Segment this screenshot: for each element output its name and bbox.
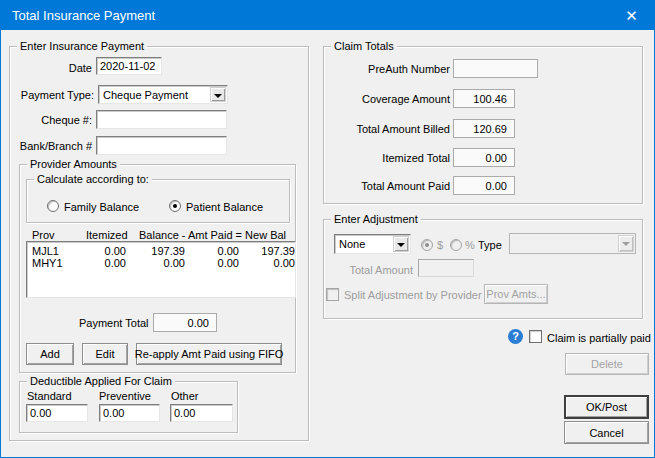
payment-type-value: Cheque Payment	[103, 89, 188, 101]
payment-type-dropdown-button[interactable]	[210, 87, 226, 102]
provider-row[interactable]: MHY1 0.00 0.00 0.00 0.00	[29, 257, 293, 269]
window-title: Total Insurance Payment	[12, 1, 155, 30]
radio-dot	[425, 243, 429, 247]
total-amount-paid-label: Total Amount Paid	[331, 180, 450, 193]
coverage-amount-value: 100.46	[453, 89, 515, 108]
deductible-group-label: Deductible Applied For Claim	[27, 375, 175, 387]
cancel-button[interactable]: Cancel	[564, 421, 649, 444]
family-balance-radio[interactable]	[47, 200, 59, 212]
adjustment-dropdown-button[interactable]	[393, 236, 409, 252]
preauth-number-label: PreAuth Number	[331, 63, 450, 76]
payment-total-value: 0.00	[153, 313, 217, 332]
percent-label: %	[465, 239, 475, 252]
date-label: Date	[19, 62, 92, 75]
itemized-cell: 0.00	[81, 257, 126, 269]
adjustment-subtype-dropdown-button	[618, 235, 634, 252]
provider-row[interactable]: MJL1 0.00 197.39 0.00 197.39	[29, 245, 293, 257]
prov-cell: MHY1	[29, 257, 81, 269]
balance-cell: 197.39	[126, 245, 185, 257]
enter-insurance-payment-group-label: Enter Insurance Payment	[17, 40, 147, 52]
provider-amounts-group-label: Provider Amounts	[27, 158, 120, 170]
prov-cell: MJL1	[29, 245, 81, 257]
total-insurance-payment-dialog: Total Insurance Payment ✕ Enter Insuranc…	[0, 0, 655, 458]
payment-type-select[interactable]: Cheque Payment	[98, 85, 228, 104]
dollar-radio	[421, 239, 433, 251]
enter-adjustment-group-label: Enter Adjustment	[331, 213, 421, 225]
patient-balance-radio[interactable]	[169, 200, 181, 212]
itemized-total-label: Itemized Total	[331, 152, 450, 165]
chevron-down-icon	[397, 243, 405, 247]
ok-post-button[interactable]: OK/Post	[564, 395, 649, 419]
amt-paid-cell: 0.00	[185, 257, 239, 269]
help-icon[interactable]: ?	[508, 329, 523, 344]
reapply-fifo-button[interactable]: Re-apply Amt Paid using FIFO	[136, 343, 282, 365]
deductible-preventive-input[interactable]: 0.00	[99, 404, 160, 422]
edit-button[interactable]: Edit	[82, 343, 128, 365]
partially-paid-label[interactable]: Claim is partially paid	[547, 332, 651, 345]
coverage-amount-label: Coverage Amount	[331, 93, 450, 106]
date-input[interactable]: 2020-11-02	[96, 57, 162, 75]
patient-balance-label[interactable]: Patient Balance	[186, 201, 263, 214]
cheque-number-label: Cheque #:	[19, 114, 92, 127]
itemized-cell: 0.00	[81, 245, 126, 257]
type-label: Type	[478, 239, 502, 252]
bank-branch-label: Bank/Branch #	[19, 140, 92, 153]
split-adjustment-checkbox	[326, 288, 339, 301]
deductible-standard-label: Standard	[27, 390, 72, 403]
adjustment-total-amount-input	[418, 259, 474, 277]
total-amount-billed-value: 120.69	[453, 119, 515, 138]
amt-paid-cell: 0.00	[185, 245, 239, 257]
provider-amounts-list[interactable]: MJL1 0.00 197.39 0.00 197.39 MHY1 0.00 0…	[26, 241, 296, 298]
partially-paid-checkbox[interactable]	[529, 330, 542, 343]
chevron-down-icon	[214, 94, 222, 98]
payment-total-label: Payment Total	[79, 317, 149, 330]
new-bal-cell: 197.39	[239, 245, 295, 257]
chevron-down-icon	[622, 242, 630, 246]
payment-type-label: Payment Type:	[19, 89, 94, 102]
deductible-other-input[interactable]: 0.00	[170, 404, 233, 422]
deductible-standard-input[interactable]: 0.00	[26, 404, 88, 422]
deductible-preventive-label: Preventive	[99, 390, 151, 403]
prov-amts-button: Prov Amts...	[484, 284, 548, 304]
itemized-total-value: 0.00	[453, 148, 515, 167]
close-icon[interactable]: ✕	[609, 1, 654, 30]
percent-radio	[450, 239, 462, 251]
dollar-label: $	[437, 239, 443, 252]
adjustment-type-select[interactable]: None	[334, 234, 411, 254]
delete-button: Delete	[565, 353, 649, 375]
calculate-according-label: Calculate according to:	[34, 173, 152, 185]
family-balance-label[interactable]: Family Balance	[64, 201, 139, 214]
total-amount-label: Total Amount	[333, 264, 413, 277]
split-adjustment-label: Split Adjustment by Provider	[344, 289, 482, 302]
total-amount-billed-label: Total Amount Billed	[331, 123, 450, 136]
bank-branch-input[interactable]	[96, 136, 227, 155]
add-button[interactable]: Add	[26, 343, 74, 365]
total-amount-paid-value: 0.00	[453, 176, 515, 195]
adjustment-subtype-select	[509, 233, 636, 254]
new-bal-cell: 0.00	[239, 257, 295, 269]
balance-cell: 0.00	[126, 257, 185, 269]
claim-totals-group-label: Claim Totals	[331, 40, 397, 52]
preauth-number-value	[453, 59, 538, 78]
adjustment-type-value: None	[339, 238, 365, 250]
deductible-other-label: Other	[171, 390, 199, 403]
radio-dot	[173, 204, 177, 208]
cheque-number-input[interactable]	[96, 110, 227, 129]
titlebar[interactable]: Total Insurance Payment ✕	[1, 1, 654, 30]
